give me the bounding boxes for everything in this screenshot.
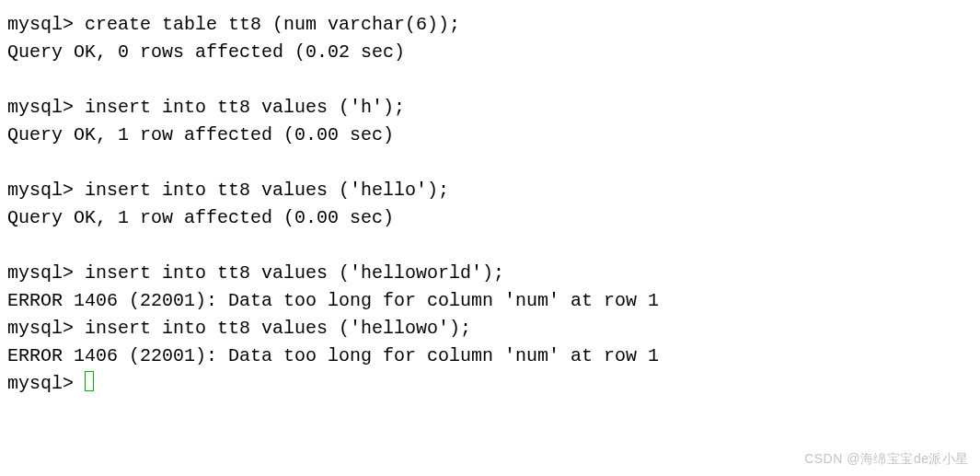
command-text: insert into tt8 values ('hellowo'); bbox=[85, 318, 471, 339]
output-text: Query OK, 1 row affected (0.00 sec) bbox=[7, 124, 394, 145]
mysql-prompt: mysql> bbox=[7, 262, 85, 284]
watermark-text: CSDN @海绵宝宝de派小星 bbox=[804, 449, 969, 469]
terminal-line: ERROR 1406 (22001): Data too long for co… bbox=[7, 287, 973, 315]
terminal-line: Query OK, 0 rows affected (0.02 sec) bbox=[7, 39, 973, 66]
mysql-prompt: mysql> bbox=[7, 14, 85, 35]
command-text: insert into tt8 values ('hello'); bbox=[85, 180, 449, 201]
output-text: ERROR 1406 (22001): Data too long for co… bbox=[7, 345, 659, 366]
terminal-line: mysql> bbox=[7, 370, 973, 398]
command-text: insert into tt8 values ('h'); bbox=[85, 97, 405, 118]
terminal-line: mysql> insert into tt8 values ('h'); bbox=[7, 94, 973, 122]
terminal-line bbox=[7, 66, 973, 94]
mysql-prompt: mysql> bbox=[7, 318, 85, 339]
output-text: Query OK, 1 row affected (0.00 sec) bbox=[7, 207, 394, 228]
terminal-line: mysql> insert into tt8 values ('hello'); bbox=[7, 177, 973, 204]
mysql-prompt: mysql> bbox=[7, 373, 85, 394]
terminal-line bbox=[7, 232, 973, 260]
terminal-line: mysql> create table tt8 (num varchar(6))… bbox=[7, 11, 973, 39]
command-text: create table tt8 (num varchar(6)); bbox=[85, 14, 460, 35]
terminal-line: ERROR 1406 (22001): Data too long for co… bbox=[7, 342, 973, 370]
output-text: ERROR 1406 (22001): Data too long for co… bbox=[7, 290, 659, 311]
terminal-line: mysql> insert into tt8 values ('hellowor… bbox=[7, 260, 973, 287]
terminal-output[interactable]: mysql> create table tt8 (num varchar(6))… bbox=[7, 11, 973, 398]
mysql-prompt: mysql> bbox=[7, 97, 85, 118]
terminal-line bbox=[7, 149, 973, 177]
mysql-prompt: mysql> bbox=[7, 180, 85, 201]
terminal-line: Query OK, 1 row affected (0.00 sec) bbox=[7, 204, 973, 232]
command-text: insert into tt8 values ('helloworld'); bbox=[85, 262, 504, 284]
terminal-line: Query OK, 1 row affected (0.00 sec) bbox=[7, 122, 973, 149]
output-text: Query OK, 0 rows affected (0.02 sec) bbox=[7, 41, 405, 63]
terminal-line: mysql> insert into tt8 values ('hellowo'… bbox=[7, 315, 973, 342]
cursor-icon[interactable] bbox=[85, 371, 94, 391]
